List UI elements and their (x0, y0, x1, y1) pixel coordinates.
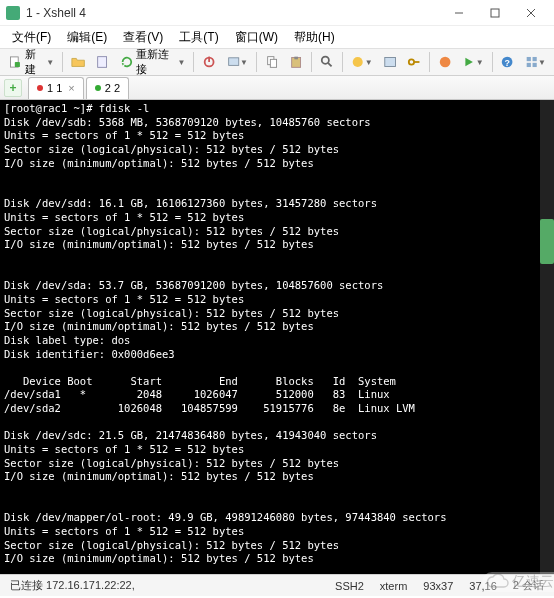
toolbar-separator (256, 52, 257, 72)
watermark-text: 亿速云 (512, 573, 554, 591)
layout-icon (525, 54, 538, 70)
layout-button[interactable]: ▼ (521, 51, 550, 73)
key-icon (407, 54, 421, 70)
titlebar: 1 - Xshell 4 (0, 0, 554, 26)
svg-rect-13 (294, 57, 298, 60)
svg-rect-24 (532, 57, 536, 61)
statusbar: 已连接 172.16.171.22:22, SSH2 xterm 93x37 3… (0, 574, 554, 596)
menu-file[interactable]: 文件(F) (4, 27, 59, 48)
xftp-button[interactable] (434, 51, 456, 73)
svg-point-14 (322, 57, 329, 64)
svg-rect-11 (270, 59, 276, 67)
fullscreen-icon (383, 54, 397, 70)
toolbar-separator (193, 52, 194, 72)
toolbar-separator (429, 52, 430, 72)
reconnect-icon (120, 54, 134, 70)
tabstrip: + 1 1 × 2 2 (0, 76, 554, 100)
svg-rect-26 (532, 63, 536, 67)
new-file-icon (8, 54, 22, 70)
menu-tools[interactable]: 工具(T) (171, 27, 226, 48)
folder-icon (71, 54, 85, 70)
app-icon (6, 6, 20, 20)
tab-close-button[interactable]: × (68, 82, 74, 94)
chevron-down-icon: ▼ (365, 58, 373, 67)
toolbar-separator (342, 52, 343, 72)
svg-point-20 (440, 57, 451, 68)
key-button[interactable] (403, 51, 425, 73)
search-icon (320, 54, 334, 70)
tab-label: 1 1 (47, 82, 62, 94)
properties-button[interactable] (91, 51, 113, 73)
palette-icon (351, 54, 364, 70)
disconnect-icon (202, 54, 216, 70)
svg-rect-5 (15, 62, 20, 67)
paste-icon (289, 54, 303, 70)
svg-rect-23 (526, 57, 530, 61)
svg-point-18 (409, 59, 414, 64)
tab-session-2[interactable]: 2 2 (86, 77, 129, 99)
screen-icon (227, 54, 240, 70)
fullscreen-button[interactable] (379, 51, 401, 73)
reconnect-button-label: 重新连接 (136, 47, 174, 77)
svg-rect-6 (98, 57, 107, 68)
status-dot-icon (95, 85, 101, 91)
status-connection: 已连接 172.16.171.22:22, (6, 578, 139, 593)
terminal[interactable]: [root@rac1 ~]# fdisk -l Disk /dev/sdb: 5… (0, 100, 554, 574)
new-button-label: 新建 (25, 47, 44, 77)
chevron-down-icon: ▼ (178, 58, 186, 67)
close-button[interactable] (514, 2, 548, 24)
help-icon: ? (500, 54, 514, 70)
minimize-button[interactable] (442, 2, 476, 24)
document-icon (95, 54, 109, 70)
toolbar-separator (492, 52, 493, 72)
svg-line-15 (328, 63, 332, 67)
terminal-output: Disk /dev/sdb: 5368 MB, 5368709120 bytes… (4, 116, 447, 565)
status-dot-icon (37, 85, 43, 91)
toolbar-separator (62, 52, 63, 72)
chevron-down-icon: ▼ (240, 58, 248, 67)
add-tab-button[interactable]: + (4, 79, 22, 97)
chevron-down-icon: ▼ (46, 58, 54, 67)
status-size: 93x37 (419, 580, 457, 592)
maximize-button[interactable] (478, 2, 512, 24)
window-title: 1 - Xshell 4 (26, 6, 442, 20)
copy-icon (265, 54, 279, 70)
scroll-thumb[interactable] (540, 219, 554, 264)
cloud-icon (486, 574, 510, 590)
copy-button[interactable] (261, 51, 283, 73)
menu-window[interactable]: 窗口(W) (227, 27, 286, 48)
svg-text:?: ? (505, 58, 510, 68)
run-button[interactable]: ▼ (458, 51, 487, 73)
disconnect-button[interactable] (198, 51, 220, 73)
tab-session-1[interactable]: 1 1 × (28, 77, 84, 99)
status-ssh: SSH2 (331, 580, 368, 592)
chevron-down-icon: ▼ (538, 58, 546, 67)
svg-rect-25 (526, 63, 530, 67)
svg-rect-17 (384, 58, 395, 67)
menubar: 文件(F) 编辑(E) 查看(V) 工具(T) 窗口(W) 帮助(H) (0, 26, 554, 48)
play-icon (462, 54, 475, 70)
status-term: xterm (376, 580, 412, 592)
menu-view[interactable]: 查看(V) (115, 27, 171, 48)
new-button[interactable]: 新建 ▼ (4, 51, 58, 73)
transfer-icon (438, 54, 452, 70)
chevron-down-icon: ▼ (476, 58, 484, 67)
svg-rect-1 (491, 9, 499, 17)
watermark: 亿速云 (482, 572, 554, 592)
svg-rect-9 (228, 58, 238, 66)
tab-label: 2 2 (105, 82, 120, 94)
search-button[interactable] (316, 51, 338, 73)
scrollbar[interactable] (540, 100, 554, 574)
paste-button[interactable] (285, 51, 307, 73)
toolbar-separator (311, 52, 312, 72)
color-button[interactable]: ▼ (347, 51, 376, 73)
reconnect-button[interactable]: 重新连接 ▼ (116, 51, 190, 73)
terminal-prompt: [root@rac1 ~]# fdisk -l (4, 102, 149, 114)
open-button[interactable] (67, 51, 89, 73)
svg-point-16 (353, 57, 363, 67)
toolbar: 新建 ▼ 重新连接 ▼ ▼ ▼ ▼ ? ▼ (0, 48, 554, 76)
menu-edit[interactable]: 编辑(E) (59, 27, 115, 48)
menu-help[interactable]: 帮助(H) (286, 27, 343, 48)
help-button[interactable]: ? (496, 51, 518, 73)
session-button[interactable]: ▼ (223, 51, 252, 73)
